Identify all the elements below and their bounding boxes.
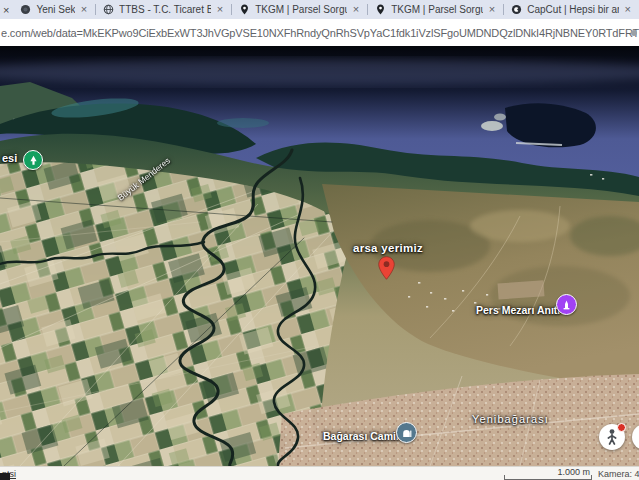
tab-close-button[interactable]: × (216, 4, 224, 15)
camera-altitude-label: Kamera: 4.12 (598, 469, 639, 479)
park-label-partial: esi (2, 152, 17, 164)
notification-dot (617, 423, 626, 432)
park-icon[interactable] (23, 150, 43, 170)
earth-status-bar: ntsi 1.000 m Kamera: 4.12 (0, 466, 639, 480)
earth-map-viewport[interactable]: esi Büyük Menderes arsa yerimiz Pers Mez… (0, 46, 639, 466)
bottom-left-dark-corner (0, 473, 10, 480)
property-label: arsa yerimiz (336, 242, 440, 254)
monument-label: Pers Mezarı Anıtı (476, 304, 560, 316)
tab-close-button[interactable]: × (488, 4, 496, 15)
tab-title: TKGM | Parsel Sorgu Uygu (255, 4, 347, 15)
tab-close-button[interactable]: × (352, 4, 360, 15)
tab-title: TKGM | Parsel Sorgu Uygu (391, 4, 483, 15)
tab-close-button[interactable]: × (624, 4, 632, 15)
mosque-poi-icon[interactable] (396, 422, 417, 443)
red-map-pin-icon[interactable] (378, 256, 395, 280)
map-pin-icon (239, 4, 250, 15)
globe-icon (103, 4, 114, 15)
url-toolbar: e.com/web/data=MkEKPwo9CiExbExWT3JhVGpVS… (0, 19, 639, 47)
active-tab-close-button[interactable]: × (0, 4, 13, 16)
pegman-control[interactable] (599, 424, 625, 450)
scale-bar (504, 475, 592, 480)
tab-capcut[interactable]: CapCut | Hepsi bir arada v × (504, 0, 639, 19)
tab-tkgm-2[interactable]: TKGM | Parsel Sorgu Uygu × (368, 0, 503, 19)
tab-tkgm-1[interactable]: TKGM | Parsel Sorgu Uygu × (232, 0, 367, 19)
browser-window: × Yeni Sekme × TTBS - T.C. Ticaret Bakan… (0, 0, 639, 480)
tab-title: Yeni Sekme (36, 4, 74, 15)
capcut-icon (511, 4, 522, 15)
tab-title: CapCut | Hepsi bir arada v (527, 4, 618, 15)
map-canvas (0, 46, 639, 466)
pegman-icon (606, 429, 618, 445)
map-pin-icon (375, 4, 386, 15)
tab-ttbs[interactable]: TTBS - T.C. Ticaret Bakanlı × (96, 0, 231, 19)
dark-sphere-icon (20, 4, 31, 15)
tab-yeni-sekme[interactable]: Yeni Sekme × (13, 0, 95, 19)
town-label: Yenibağarası (472, 413, 549, 425)
tab-close-button[interactable]: × (80, 4, 88, 15)
monument-poi-icon[interactable] (556, 294, 577, 315)
toolbar-extension-icon[interactable] (631, 30, 637, 36)
address-bar[interactable]: e.com/web/data=MkEKPwo9CiExbExWT3JhVGpVS… (0, 27, 639, 39)
tab-strip: × Yeni Sekme × TTBS - T.C. Ticaret Bakan… (0, 0, 639, 19)
tab-title: TTBS - T.C. Ticaret Bakanlı (119, 4, 211, 15)
mosque-label: Bağarası Camii (323, 430, 399, 442)
